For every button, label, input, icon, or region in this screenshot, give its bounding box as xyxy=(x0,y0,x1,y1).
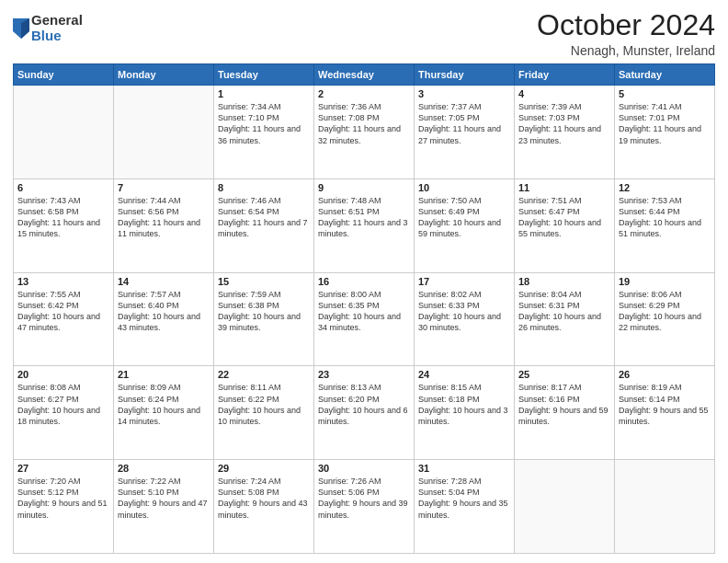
day-number: 13 xyxy=(17,276,109,287)
day-number: 30 xyxy=(318,463,410,474)
logo-text: General Blue xyxy=(31,13,83,43)
title-block: October 2024 Nenagh, Munster, Ireland xyxy=(537,9,715,58)
logo-icon xyxy=(13,18,29,39)
day-number: 24 xyxy=(418,369,510,380)
day-number: 6 xyxy=(17,182,109,193)
cell-info: Sunrise: 7:20 AM Sunset: 5:12 PM Dayligh… xyxy=(17,476,109,521)
logo-blue: Blue xyxy=(31,29,83,44)
day-number: 1 xyxy=(218,88,310,99)
calendar-cell xyxy=(615,460,715,554)
cell-info: Sunrise: 7:43 AM Sunset: 6:58 PM Dayligh… xyxy=(17,195,109,240)
cell-info: Sunrise: 7:57 AM Sunset: 6:40 PM Dayligh… xyxy=(118,289,210,334)
cell-info: Sunrise: 8:19 AM Sunset: 6:14 PM Dayligh… xyxy=(619,382,711,427)
cell-info: Sunrise: 7:59 AM Sunset: 6:38 PM Dayligh… xyxy=(218,289,310,334)
calendar-cell: 16Sunrise: 8:00 AM Sunset: 6:35 PM Dayli… xyxy=(314,272,415,366)
calendar-table: SundayMondayTuesdayWednesdayThursdayFrid… xyxy=(13,63,715,554)
calendar-cell: 31Sunrise: 7:28 AM Sunset: 5:04 PM Dayli… xyxy=(415,460,515,554)
calendar-cell: 20Sunrise: 8:08 AM Sunset: 6:27 PM Dayli… xyxy=(14,366,114,460)
calendar-cell: 24Sunrise: 8:15 AM Sunset: 6:18 PM Dayli… xyxy=(415,366,515,460)
weekday-header-cell: Saturday xyxy=(615,64,715,86)
cell-info: Sunrise: 8:02 AM Sunset: 6:33 PM Dayligh… xyxy=(418,289,510,334)
cell-info: Sunrise: 8:06 AM Sunset: 6:29 PM Dayligh… xyxy=(619,289,711,334)
cell-info: Sunrise: 7:39 AM Sunset: 7:03 PM Dayligh… xyxy=(518,101,610,146)
day-number: 10 xyxy=(418,182,510,193)
day-number: 12 xyxy=(619,182,711,193)
calendar-cell: 3Sunrise: 7:37 AM Sunset: 7:05 PM Daylig… xyxy=(415,86,515,179)
cell-info: Sunrise: 8:00 AM Sunset: 6:35 PM Dayligh… xyxy=(318,289,410,334)
calendar-cell: 2Sunrise: 7:36 AM Sunset: 7:08 PM Daylig… xyxy=(314,86,415,179)
calendar-week-row: 6Sunrise: 7:43 AM Sunset: 6:58 PM Daylig… xyxy=(14,178,715,272)
calendar-cell: 18Sunrise: 8:04 AM Sunset: 6:31 PM Dayli… xyxy=(515,272,615,366)
cell-info: Sunrise: 7:50 AM Sunset: 6:49 PM Dayligh… xyxy=(418,195,510,240)
cell-info: Sunrise: 7:41 AM Sunset: 7:01 PM Dayligh… xyxy=(619,101,711,146)
calendar-cell: 15Sunrise: 7:59 AM Sunset: 6:38 PM Dayli… xyxy=(214,272,314,366)
day-number: 27 xyxy=(17,463,109,474)
page: General Blue October 2024 Nenagh, Munste… xyxy=(0,0,728,563)
location-title: Nenagh, Munster, Ireland xyxy=(537,43,715,58)
calendar-cell: 29Sunrise: 7:24 AM Sunset: 5:08 PM Dayli… xyxy=(214,460,314,554)
cell-info: Sunrise: 8:15 AM Sunset: 6:18 PM Dayligh… xyxy=(418,382,510,427)
calendar-cell: 1Sunrise: 7:34 AM Sunset: 7:10 PM Daylig… xyxy=(214,86,314,179)
day-number: 7 xyxy=(118,182,210,193)
weekday-header-cell: Thursday xyxy=(415,64,515,86)
calendar-cell xyxy=(14,86,114,179)
day-number: 25 xyxy=(518,369,610,380)
cell-info: Sunrise: 7:53 AM Sunset: 6:44 PM Dayligh… xyxy=(619,195,711,240)
day-number: 17 xyxy=(418,276,510,287)
calendar-cell: 7Sunrise: 7:44 AM Sunset: 6:56 PM Daylig… xyxy=(114,178,214,272)
cell-info: Sunrise: 7:22 AM Sunset: 5:10 PM Dayligh… xyxy=(118,476,210,521)
cell-info: Sunrise: 8:04 AM Sunset: 6:31 PM Dayligh… xyxy=(518,289,610,334)
calendar-cell: 17Sunrise: 8:02 AM Sunset: 6:33 PM Dayli… xyxy=(415,272,515,366)
calendar-cell: 22Sunrise: 8:11 AM Sunset: 6:22 PM Dayli… xyxy=(214,366,314,460)
calendar-cell xyxy=(515,460,615,554)
day-number: 23 xyxy=(318,369,410,380)
day-number: 21 xyxy=(118,369,210,380)
cell-info: Sunrise: 7:51 AM Sunset: 6:47 PM Dayligh… xyxy=(518,195,610,240)
calendar-cell: 13Sunrise: 7:55 AM Sunset: 6:42 PM Dayli… xyxy=(14,272,114,366)
calendar-cell: 19Sunrise: 8:06 AM Sunset: 6:29 PM Dayli… xyxy=(615,272,715,366)
logo: General Blue xyxy=(13,13,83,43)
calendar-cell: 26Sunrise: 8:19 AM Sunset: 6:14 PM Dayli… xyxy=(615,366,715,460)
cell-info: Sunrise: 8:09 AM Sunset: 6:24 PM Dayligh… xyxy=(118,382,210,427)
cell-info: Sunrise: 7:36 AM Sunset: 7:08 PM Dayligh… xyxy=(318,101,410,146)
calendar-body: 1Sunrise: 7:34 AM Sunset: 7:10 PM Daylig… xyxy=(14,86,715,554)
day-number: 28 xyxy=(118,463,210,474)
day-number: 31 xyxy=(418,463,510,474)
header: General Blue October 2024 Nenagh, Munste… xyxy=(13,9,715,58)
weekday-header-cell: Monday xyxy=(114,64,214,86)
weekday-header-cell: Tuesday xyxy=(214,64,314,86)
calendar-cell: 12Sunrise: 7:53 AM Sunset: 6:44 PM Dayli… xyxy=(615,178,715,272)
day-number: 14 xyxy=(118,276,210,287)
day-number: 16 xyxy=(318,276,410,287)
calendar-cell: 11Sunrise: 7:51 AM Sunset: 6:47 PM Dayli… xyxy=(515,178,615,272)
day-number: 5 xyxy=(619,88,711,99)
cell-info: Sunrise: 8:17 AM Sunset: 6:16 PM Dayligh… xyxy=(518,382,610,427)
day-number: 20 xyxy=(17,369,109,380)
cell-info: Sunrise: 8:11 AM Sunset: 6:22 PM Dayligh… xyxy=(218,382,310,427)
weekday-header-cell: Friday xyxy=(515,64,615,86)
cell-info: Sunrise: 7:46 AM Sunset: 6:54 PM Dayligh… xyxy=(218,195,310,240)
weekday-header-cell: Sunday xyxy=(14,64,114,86)
calendar-cell: 5Sunrise: 7:41 AM Sunset: 7:01 PM Daylig… xyxy=(615,86,715,179)
calendar-cell xyxy=(114,86,214,179)
day-number: 29 xyxy=(218,463,310,474)
calendar-cell: 10Sunrise: 7:50 AM Sunset: 6:49 PM Dayli… xyxy=(415,178,515,272)
day-number: 11 xyxy=(518,182,610,193)
calendar-week-row: 1Sunrise: 7:34 AM Sunset: 7:10 PM Daylig… xyxy=(14,86,715,179)
day-number: 9 xyxy=(318,182,410,193)
cell-info: Sunrise: 8:13 AM Sunset: 6:20 PM Dayligh… xyxy=(318,382,410,427)
day-number: 19 xyxy=(619,276,711,287)
calendar-week-row: 20Sunrise: 8:08 AM Sunset: 6:27 PM Dayli… xyxy=(14,366,715,460)
calendar-cell: 25Sunrise: 8:17 AM Sunset: 6:16 PM Dayli… xyxy=(515,366,615,460)
calendar-week-row: 13Sunrise: 7:55 AM Sunset: 6:42 PM Dayli… xyxy=(14,272,715,366)
day-number: 15 xyxy=(218,276,310,287)
day-number: 26 xyxy=(619,369,711,380)
calendar-cell: 21Sunrise: 8:09 AM Sunset: 6:24 PM Dayli… xyxy=(114,366,214,460)
day-number: 18 xyxy=(518,276,610,287)
calendar-cell: 14Sunrise: 7:57 AM Sunset: 6:40 PM Dayli… xyxy=(114,272,214,366)
cell-info: Sunrise: 8:08 AM Sunset: 6:27 PM Dayligh… xyxy=(17,382,109,427)
calendar-cell: 27Sunrise: 7:20 AM Sunset: 5:12 PM Dayli… xyxy=(14,460,114,554)
cell-info: Sunrise: 7:28 AM Sunset: 5:04 PM Dayligh… xyxy=(418,476,510,521)
calendar-cell: 23Sunrise: 8:13 AM Sunset: 6:20 PM Dayli… xyxy=(314,366,415,460)
cell-info: Sunrise: 7:34 AM Sunset: 7:10 PM Dayligh… xyxy=(218,101,310,146)
